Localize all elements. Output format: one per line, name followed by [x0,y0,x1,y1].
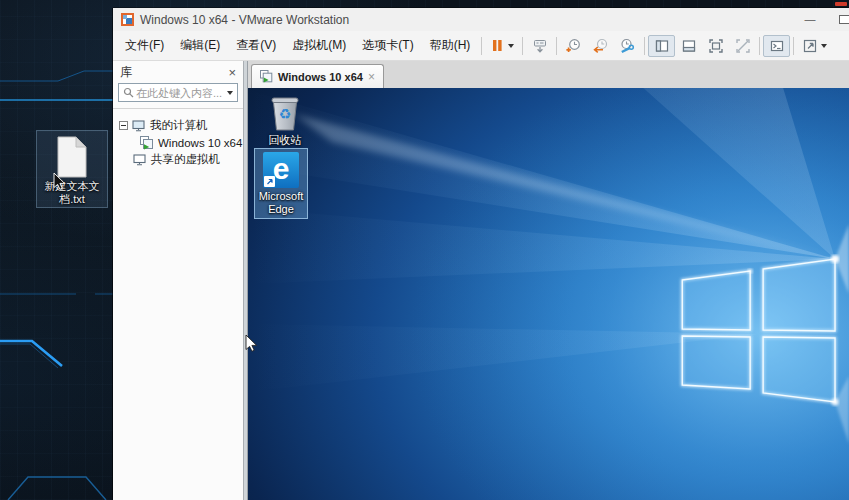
snapshot-manage-icon [619,38,636,54]
pause-icon [490,38,505,53]
toolbar-separator [759,37,760,55]
screen: 新建文本文档.txt Windows 10 x64 - VMware Works… [0,0,849,500]
toolbar-separator [522,37,523,55]
tab-windows10-x64[interactable]: Windows 10 x64 × [251,64,384,88]
menu-file[interactable]: 文件(F) [117,34,172,57]
toolbar-separator [793,37,794,55]
tab-close-button[interactable]: × [368,71,375,83]
chevron-down-icon [508,44,514,48]
shortcut-arrow-icon [264,176,275,187]
take-snapshot-button[interactable] [560,35,587,57]
revert-snapshot-button[interactable] [587,35,614,57]
recycle-bin-label: 回收站 [269,134,302,147]
title-bar[interactable]: Windows 10 x64 - VMware Workstation — [113,8,849,31]
library-close-button[interactable]: × [228,66,236,79]
host-file-label: 新建文本文档.txt [39,180,105,208]
host-file-icon-new-text-document[interactable]: 新建文本文档.txt [36,130,108,208]
unity-mode-button[interactable] [729,35,756,57]
suspend-button[interactable] [485,35,519,57]
host-red-accent [835,2,847,6]
library-title: 库 [120,64,132,81]
tree-label: 共享的虚拟机 [151,152,220,167]
full-screen-button[interactable] [702,35,729,57]
recycle-bin-icon[interactable]: ♻ 回收站 [258,92,312,147]
stretch-icon [802,38,818,54]
library-tree: 我的计算机 Windows 10 x64 [113,108,243,168]
library-search-input[interactable] [134,87,224,99]
manage-snapshots-button[interactable] [614,35,641,57]
menu-toolbar: 文件(F) 编辑(E) 查看(V) 虚拟机(M) 选项卡(T) 帮助(H) [113,31,849,61]
maximize-button[interactable] [831,8,849,30]
shared-vm-icon [133,154,147,166]
edge-e-glyph: e [273,154,290,184]
tab-bar: Windows 10 x64 × [248,61,849,88]
send-ctrl-alt-del-icon [532,38,548,54]
trash-can-icon: ♻ [268,92,302,132]
console-icon [769,38,785,54]
edge-logo-tile: e [263,152,299,188]
windows10-hero-wallpaper [248,88,849,500]
console-view-button[interactable] [763,35,790,57]
snapshot-clock-plus-icon [565,38,582,54]
tree-item-my-computer[interactable]: 我的计算机 [113,117,243,134]
snapshot-revert-icon [592,38,609,54]
search-icon [123,87,134,98]
host-mouse-cursor [52,172,66,191]
vm-running-icon [140,136,154,150]
vm-running-icon [260,70,273,83]
menu-view[interactable]: 查看(V) [228,34,284,57]
recycle-symbol: ♻ [279,106,292,122]
vmware-window: Windows 10 x64 - VMware Workstation — 文件… [113,8,849,500]
vm-mouse-cursor [244,334,258,353]
fullscreen-icon [708,38,724,54]
menu-tabs[interactable]: 选项卡(T) [354,34,421,57]
unity-mode-icon [735,38,751,54]
maximize-icon [839,15,849,24]
fit-guest-stretch-button[interactable] [797,35,831,57]
edge-label: Microsoft Edge [255,190,307,216]
send-ctrl-alt-del-button[interactable] [526,35,553,57]
library-panel: 库 × [113,61,243,500]
menu-edit[interactable]: 编辑(E) [172,34,228,57]
tree-item-vm-windows10[interactable]: Windows 10 x64 [113,134,243,151]
microsoft-edge-icon[interactable]: e Microsoft Edge [254,148,308,219]
toolbar-separator [556,37,557,55]
library-panel-icon [654,38,670,54]
tab-label: Windows 10 x64 [278,71,363,83]
tree-label: Windows 10 x64 [158,137,242,149]
show-library-button[interactable] [648,35,675,57]
collapse-icon[interactable] [119,121,128,130]
computer-icon [132,120,146,132]
menu-help[interactable]: 帮助(H) [422,34,479,57]
minimize-button[interactable]: — [797,8,823,30]
menu-vm[interactable]: 虚拟机(M) [284,34,354,57]
chevron-down-icon [821,44,827,48]
toolbar-separator [644,37,645,55]
show-thumbnail-bar-button[interactable] [675,35,702,57]
thumbnail-bar-icon [681,38,697,54]
vm-console-screen[interactable]: ♻ 回收站 e Microsoft Edge [248,88,849,500]
library-search-box[interactable] [118,83,238,102]
tree-label: 我的计算机 [150,118,208,133]
window-title: Windows 10 x64 - VMware Workstation [140,13,349,27]
vmware-logo-icon [121,13,134,26]
tree-item-shared-vms[interactable]: 共享的虚拟机 [113,151,243,168]
toolbar-separator [481,37,482,55]
chevron-down-icon[interactable] [227,91,233,95]
